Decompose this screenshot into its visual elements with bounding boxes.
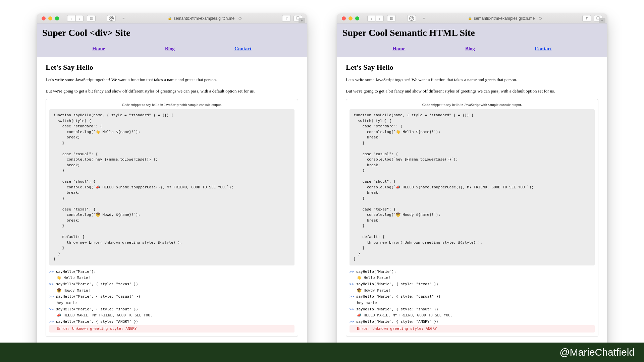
title-bar: ‹ › ▥ ⏻ ≡ 🔒 semantic-html-examples.glitc… <box>337 13 607 23</box>
article-p2: But we're going to get a bit fancy and s… <box>46 88 298 95</box>
console-error: Error: Unknown greeting style: ANGRY <box>49 325 294 333</box>
code-block: function sayHello(name, { style = "stand… <box>49 109 294 265</box>
console-input: >> sayHello("Marie"); <box>49 269 294 275</box>
sidebar-button[interactable]: ▥ <box>87 15 96 22</box>
console-output: 🤠 Howdy Marie! <box>49 288 294 294</box>
console-error: Error: Unknown greeting style: ANGRY <box>350 325 595 333</box>
title-bar: ‹ › ▥ ⏻ ≡ 🔒 semantic-html-examples.glitc… <box>37 13 307 23</box>
share-button[interactable]: ⇧ <box>582 15 591 22</box>
new-tab-button[interactable]: + <box>599 18 605 23</box>
site-title: Super Cool <div> Site <box>42 27 302 38</box>
console-output: hey marie <box>49 300 294 306</box>
console-input: >> sayHello("Marie", { style: "texas" }) <box>49 281 294 288</box>
lock-icon: 🔒 <box>168 16 172 20</box>
console-input: >> sayHello("Marie", { style: "ANGRY" }) <box>350 319 595 325</box>
nav-home[interactable]: Home <box>392 46 405 52</box>
windows-row: ‹ › ▥ ⏻ ≡ 🔒 semantic-html-examples.glitc… <box>37 13 607 351</box>
footer-handle: @MarieChatfield <box>559 347 635 358</box>
reader-button[interactable]: ≡ <box>419 15 428 22</box>
url-text: semantic-html-examples.glitch.me <box>174 16 234 21</box>
traffic-lights <box>42 16 59 20</box>
nav-buttons: ‹ › <box>367 15 384 22</box>
console-output: 👋 Hello Marie! <box>350 275 595 281</box>
reload-icon[interactable]: ⟳ <box>238 16 242 21</box>
console-output-left: >> sayHello("Marie");👋 Hello Marie!>> sa… <box>49 269 294 333</box>
console-input: >> sayHello("Marie", { style: "shout" }) <box>49 306 294 313</box>
site-title: Super Cool Semantic HTML Site <box>342 27 602 38</box>
nav-blog[interactable]: Blog <box>165 46 175 52</box>
nav-buttons: ‹ › <box>67 15 84 22</box>
code-caption: Code snippet to say hello in JavaScript … <box>350 103 595 107</box>
console-output-right: >> sayHello("Marie");👋 Hello Marie!>> sa… <box>350 269 595 333</box>
privacy-button[interactable]: ⏻ <box>107 15 116 22</box>
reader-button[interactable]: ≡ <box>119 15 128 22</box>
nav-row: Home Blog Contact <box>342 46 602 52</box>
close-icon[interactable] <box>42 16 46 20</box>
code-block: function sayHello(name, { style = "stand… <box>350 109 595 265</box>
article-p1: Let's write some JavaScript together! We… <box>46 76 298 83</box>
forward-button[interactable]: › <box>376 15 384 22</box>
console-input: >> sayHello("Marie", { style: "casual" }… <box>49 294 294 300</box>
nav-contact[interactable]: Contact <box>234 46 252 52</box>
footer-bar: @MarieChatfield <box>0 343 644 362</box>
close-icon[interactable] <box>342 16 346 20</box>
new-tab-button[interactable]: + <box>299 18 305 23</box>
page-body: Let's Say Hello Let's write some JavaScr… <box>337 57 607 351</box>
share-button[interactable]: ⇧ <box>282 15 291 22</box>
console-output: hey marie <box>350 300 595 306</box>
minimize-icon[interactable] <box>348 16 353 20</box>
article-heading: Let's Say Hello <box>46 63 298 72</box>
url-field[interactable]: 🔒 semantic-html-examples.glitch.me ⟳ <box>434 15 576 22</box>
code-card: Code snippet to say hello in JavaScript … <box>46 99 298 337</box>
article-p2: But we're going to get a bit fancy and s… <box>346 88 598 95</box>
page-header: Super Cool <div> Site Home Blog Contact <box>37 23 307 57</box>
privacy-button[interactable]: ⏻ <box>407 15 416 22</box>
url-text: semantic-html-examples.glitch.me <box>474 16 535 21</box>
console-output: 👋 Hello Marie! <box>49 275 294 281</box>
url-field[interactable]: 🔒 semantic-html-examples.glitch.me ⟳ <box>134 15 276 22</box>
nav-home[interactable]: Home <box>92 46 105 52</box>
console-input: >> sayHello("Marie", { style: "texas" }) <box>350 281 595 288</box>
browser-window-right: ‹ › ▥ ⏻ ≡ 🔒 semantic-html-examples.glitc… <box>337 13 607 351</box>
reload-icon[interactable]: ⟳ <box>539 16 542 21</box>
page-body: Let's Say Hello Let's write some JavaScr… <box>37 57 307 351</box>
maximize-icon[interactable] <box>55 16 59 20</box>
code-card: Code snippet to say hello in JavaScript … <box>346 99 598 337</box>
forward-button[interactable]: › <box>75 15 84 22</box>
back-button[interactable]: ‹ <box>367 15 375 22</box>
nav-blog[interactable]: Blog <box>465 46 475 52</box>
page-header: Super Cool Semantic HTML Site Home Blog … <box>337 23 607 57</box>
code-caption: Code snippet to say hello in JavaScript … <box>49 103 294 107</box>
traffic-lights <box>342 16 359 20</box>
nav-contact[interactable]: Contact <box>535 46 552 52</box>
back-button[interactable]: ‹ <box>67 15 75 22</box>
console-output: 📣 HELLO MARIE, MY FRIEND, GOOD TO SEE YO… <box>49 312 294 319</box>
console-input: >> sayHello("Marie"); <box>350 269 595 275</box>
console-input: >> sayHello("Marie", { style: "shout" }) <box>350 306 595 313</box>
minimize-icon[interactable] <box>48 16 52 20</box>
nav-row: Home Blog Contact <box>42 46 302 52</box>
console-input: >> sayHello("Marie", { style: "ANGRY" }) <box>49 319 294 325</box>
sidebar-button[interactable]: ▥ <box>387 15 396 22</box>
article-p1: Let's write some JavaScript together! We… <box>346 76 598 83</box>
console-output: 🤠 Howdy Marie! <box>350 288 595 294</box>
console-input: >> sayHello("Marie", { style: "casual" }… <box>350 294 595 300</box>
article-heading: Let's Say Hello <box>346 63 598 72</box>
lock-icon: 🔒 <box>468 16 472 20</box>
maximize-icon[interactable] <box>355 16 359 20</box>
console-output: 📣 HELLO MARIE, MY FRIEND, GOOD TO SEE YO… <box>350 312 595 319</box>
browser-window-left: ‹ › ▥ ⏻ ≡ 🔒 semantic-html-examples.glitc… <box>37 13 307 351</box>
